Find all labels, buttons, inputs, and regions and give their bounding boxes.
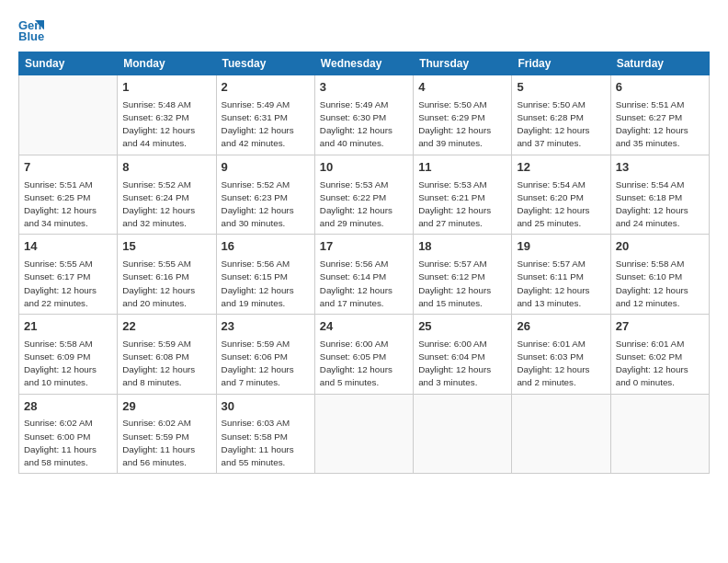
day-info: Sunrise: 5:58 AM Sunset: 6:10 PM Dayligh… [616,258,704,310]
day-info: Sunrise: 5:55 AM Sunset: 6:16 PM Dayligh… [122,258,210,310]
day-number: 2 [222,79,310,97]
day-number: 1 [122,79,210,97]
calendar-cell [610,394,709,474]
calendar-cell: 22Sunrise: 5:59 AM Sunset: 6:08 PM Dayli… [118,314,216,394]
calendar-cell: 12Sunrise: 5:54 AM Sunset: 6:20 PM Dayli… [512,155,610,235]
calendar-cell: 17Sunrise: 5:56 AM Sunset: 6:14 PM Dayli… [314,235,413,315]
day-number: 14 [24,238,112,256]
calendar-cell [314,394,413,474]
day-info: Sunrise: 5:58 AM Sunset: 6:09 PM Dayligh… [24,338,112,390]
calendar-cell: 27Sunrise: 6:01 AM Sunset: 6:02 PM Dayli… [610,314,709,394]
calendar-week-1: 7Sunrise: 5:51 AM Sunset: 6:25 PM Daylig… [19,155,710,235]
day-number: 6 [616,79,704,97]
calendar-body: 1Sunrise: 5:48 AM Sunset: 6:32 PM Daylig… [19,75,710,474]
calendar-cell: 26Sunrise: 6:01 AM Sunset: 6:03 PM Dayli… [512,314,610,394]
calendar-header: SundayMondayTuesdayWednesdayThursdayFrid… [19,52,710,75]
weekday-header-saturday: Saturday [610,52,709,75]
calendar-cell: 29Sunrise: 6:02 AM Sunset: 5:59 PM Dayli… [118,394,216,474]
weekday-header-row: SundayMondayTuesdayWednesdayThursdayFrid… [19,52,710,75]
calendar-cell: 6Sunrise: 5:51 AM Sunset: 6:27 PM Daylig… [610,75,709,155]
day-info: Sunrise: 5:56 AM Sunset: 6:15 PM Dayligh… [222,258,310,310]
svg-text:Blue: Blue [18,29,44,42]
calendar-week-4: 28Sunrise: 6:02 AM Sunset: 6:00 PM Dayli… [19,394,710,474]
day-info: Sunrise: 5:55 AM Sunset: 6:17 PM Dayligh… [24,258,112,310]
calendar-cell: 10Sunrise: 5:53 AM Sunset: 6:22 PM Dayli… [314,155,413,235]
calendar-cell [512,394,610,474]
day-number: 8 [122,159,210,177]
day-info: Sunrise: 6:01 AM Sunset: 6:03 PM Dayligh… [517,338,605,390]
day-number: 17 [320,238,408,256]
day-info: Sunrise: 6:03 AM Sunset: 5:58 PM Dayligh… [222,417,310,469]
calendar-cell: 2Sunrise: 5:49 AM Sunset: 6:31 PM Daylig… [216,75,314,155]
calendar-cell: 28Sunrise: 6:02 AM Sunset: 6:00 PM Dayli… [19,394,118,474]
day-number: 29 [122,398,210,416]
day-number: 5 [517,79,605,97]
day-info: Sunrise: 6:00 AM Sunset: 6:04 PM Dayligh… [418,338,506,390]
calendar-cell: 5Sunrise: 5:50 AM Sunset: 6:28 PM Daylig… [512,75,610,155]
day-info: Sunrise: 5:59 AM Sunset: 6:06 PM Dayligh… [222,338,310,390]
day-number: 20 [616,238,704,256]
day-info: Sunrise: 5:50 AM Sunset: 6:29 PM Dayligh… [418,98,506,151]
calendar-week-0: 1Sunrise: 5:48 AM Sunset: 6:32 PM Daylig… [19,75,710,155]
calendar-cell: 30Sunrise: 6:03 AM Sunset: 5:58 PM Dayli… [216,394,314,474]
day-number: 10 [320,159,408,177]
header: General Blue [18,17,710,42]
day-number: 3 [320,79,408,97]
weekday-header-wednesday: Wednesday [314,52,413,75]
calendar-cell: 21Sunrise: 5:58 AM Sunset: 6:09 PM Dayli… [19,314,118,394]
calendar-table: SundayMondayTuesdayWednesdayThursdayFrid… [18,52,710,474]
calendar-cell: 19Sunrise: 5:57 AM Sunset: 6:11 PM Dayli… [512,235,610,315]
day-number: 7 [24,159,112,177]
day-number: 23 [222,318,310,336]
logo-icon: General Blue [18,17,44,42]
calendar-cell: 14Sunrise: 5:55 AM Sunset: 6:17 PM Dayli… [19,235,118,315]
day-number: 12 [517,159,605,177]
day-info: Sunrise: 5:51 AM Sunset: 6:25 PM Dayligh… [24,178,112,231]
calendar-cell: 8Sunrise: 5:52 AM Sunset: 6:24 PM Daylig… [118,155,216,235]
day-number: 15 [122,238,210,256]
day-number: 30 [222,398,310,416]
day-info: Sunrise: 5:49 AM Sunset: 6:30 PM Dayligh… [320,98,408,151]
day-info: Sunrise: 5:51 AM Sunset: 6:27 PM Dayligh… [616,98,704,151]
day-info: Sunrise: 5:56 AM Sunset: 6:14 PM Dayligh… [320,258,408,310]
day-number: 25 [418,318,506,336]
day-info: Sunrise: 6:00 AM Sunset: 6:05 PM Dayligh… [320,338,408,390]
day-number: 4 [418,79,506,97]
day-info: Sunrise: 5:54 AM Sunset: 6:20 PM Dayligh… [517,178,605,231]
day-number: 27 [616,318,704,336]
page: General Blue SundayMondayTuesdayWednesda… [0,0,728,563]
calendar-cell: 3Sunrise: 5:49 AM Sunset: 6:30 PM Daylig… [314,75,413,155]
day-info: Sunrise: 5:59 AM Sunset: 6:08 PM Dayligh… [122,338,210,390]
calendar-week-2: 14Sunrise: 5:55 AM Sunset: 6:17 PM Dayli… [19,235,710,315]
day-info: Sunrise: 5:50 AM Sunset: 6:28 PM Dayligh… [517,98,605,151]
day-info: Sunrise: 6:02 AM Sunset: 6:00 PM Dayligh… [24,417,112,469]
weekday-header-friday: Friday [512,52,610,75]
calendar-cell: 16Sunrise: 5:56 AM Sunset: 6:15 PM Dayli… [216,235,314,315]
day-info: Sunrise: 5:53 AM Sunset: 6:21 PM Dayligh… [418,178,506,231]
calendar-cell [414,394,512,474]
day-info: Sunrise: 5:52 AM Sunset: 6:24 PM Dayligh… [122,178,210,231]
calendar-cell: 7Sunrise: 5:51 AM Sunset: 6:25 PM Daylig… [19,155,118,235]
day-number: 13 [616,159,704,177]
calendar-cell: 11Sunrise: 5:53 AM Sunset: 6:21 PM Dayli… [414,155,512,235]
day-number: 11 [418,159,506,177]
day-info: Sunrise: 6:01 AM Sunset: 6:02 PM Dayligh… [616,338,704,390]
day-info: Sunrise: 5:57 AM Sunset: 6:12 PM Dayligh… [418,258,506,310]
day-info: Sunrise: 5:48 AM Sunset: 6:32 PM Dayligh… [122,98,210,151]
day-number: 22 [122,318,210,336]
calendar-cell: 18Sunrise: 5:57 AM Sunset: 6:12 PM Dayli… [414,235,512,315]
day-number: 19 [517,238,605,256]
calendar-cell: 25Sunrise: 6:00 AM Sunset: 6:04 PM Dayli… [414,314,512,394]
day-info: Sunrise: 5:52 AM Sunset: 6:23 PM Dayligh… [222,178,310,231]
day-number: 21 [24,318,112,336]
calendar-cell: 20Sunrise: 5:58 AM Sunset: 6:10 PM Dayli… [610,235,709,315]
logo: General Blue [18,17,48,42]
calendar-cell: 24Sunrise: 6:00 AM Sunset: 6:05 PM Dayli… [314,314,413,394]
weekday-header-monday: Monday [118,52,216,75]
calendar-cell: 9Sunrise: 5:52 AM Sunset: 6:23 PM Daylig… [216,155,314,235]
day-number: 24 [320,318,408,336]
day-info: Sunrise: 5:57 AM Sunset: 6:11 PM Dayligh… [517,258,605,310]
calendar-cell: 23Sunrise: 5:59 AM Sunset: 6:06 PM Dayli… [216,314,314,394]
day-number: 18 [418,238,506,256]
calendar-cell: 13Sunrise: 5:54 AM Sunset: 6:18 PM Dayli… [610,155,709,235]
